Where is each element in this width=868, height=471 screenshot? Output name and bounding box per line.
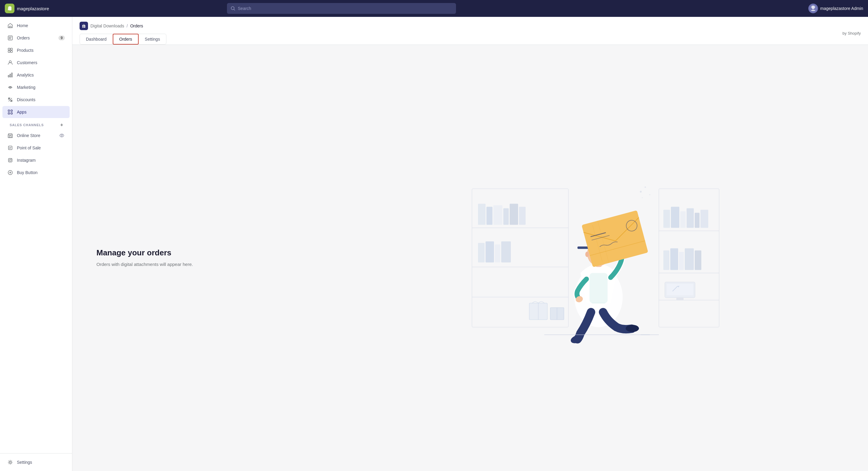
svg-rect-11 [11, 73, 12, 77]
search-input[interactable] [238, 6, 453, 11]
svg-rect-15 [8, 110, 10, 111]
sidebar-item-settings[interactable]: Settings [2, 456, 70, 468]
sidebar-item-pos[interactable]: Point of Sale [2, 142, 70, 154]
tab-orders[interactable]: Orders [113, 34, 139, 44]
svg-rect-37 [519, 207, 526, 225]
svg-rect-18 [11, 113, 12, 114]
top-navigation: mageplazastore mageplazastore Admin [0, 0, 868, 17]
svg-point-70 [575, 267, 623, 327]
svg-rect-10 [10, 74, 11, 77]
svg-point-75 [587, 241, 610, 266]
sidebar-item-buy-button[interactable]: Buy Button [2, 167, 70, 178]
svg-rect-59 [676, 298, 684, 300]
sidebar-item-instagram[interactable]: Instagram [2, 154, 70, 166]
sidebar-label-buy-button: Buy Button [17, 170, 38, 175]
search-icon [230, 6, 236, 11]
svg-rect-33 [487, 207, 493, 225]
svg-point-80 [585, 252, 589, 257]
search-bar[interactable] [227, 3, 456, 14]
main-content: Digital Downloads / Orders Dashboard Ord… [72, 17, 868, 471]
sidebar: Home Orders 9 Products [0, 17, 72, 471]
products-icon [7, 47, 13, 53]
store-icon [7, 133, 13, 138]
admin-avatar[interactable] [808, 4, 818, 13]
sidebar-label-orders: Orders [17, 36, 30, 40]
svg-rect-58 [667, 284, 693, 296]
svg-rect-50 [695, 213, 700, 228]
sidebar-label-online-store: Online Store [17, 133, 40, 138]
svg-rect-16 [11, 110, 12, 111]
svg-rect-28 [472, 189, 568, 327]
svg-rect-56 [695, 250, 701, 270]
add-sales-channel-button[interactable]: + [59, 122, 65, 128]
svg-point-81 [575, 295, 584, 303]
tab-dashboard[interactable]: Dashboard [80, 34, 113, 44]
svg-point-72 [626, 325, 639, 332]
by-shopify-label: by Shopify [842, 26, 861, 36]
sidebar-footer: Settings [0, 453, 72, 471]
svg-rect-39 [486, 241, 494, 263]
customers-icon [7, 60, 13, 66]
sidebar-label-analytics: Analytics [17, 73, 34, 77]
svg-point-27 [84, 25, 84, 26]
breadcrumb: Digital Downloads / Orders [80, 17, 166, 30]
svg-point-26 [9, 461, 11, 463]
sidebar-label-discounts: Discounts [17, 97, 35, 102]
breadcrumb-separator: / [127, 24, 128, 28]
svg-point-67 [645, 187, 646, 188]
sidebar-item-discounts[interactable]: Discounts [2, 94, 70, 106]
sales-channels-section-title: SALES CHANNELS + [2, 119, 70, 129]
discounts-icon [7, 97, 13, 103]
svg-rect-6 [8, 51, 10, 53]
sidebar-item-customers[interactable]: Customers [2, 57, 70, 69]
orders-icon [7, 35, 13, 41]
svg-rect-38 [478, 243, 485, 263]
svg-point-82 [616, 247, 625, 256]
eye-icon[interactable] [59, 133, 65, 138]
svg-point-12 [10, 87, 11, 88]
svg-line-60 [673, 287, 678, 291]
sidebar-item-products[interactable]: Products [2, 44, 70, 56]
svg-rect-7 [10, 51, 12, 53]
illustration-container [311, 45, 868, 471]
sidebar-label-instagram: Instagram [17, 158, 36, 163]
sidebar-label-marketing: Marketing [17, 85, 35, 90]
svg-rect-2 [9, 26, 11, 28]
empty-state-illustration [454, 45, 725, 471]
marketing-icon [7, 84, 13, 90]
svg-point-66 [640, 191, 642, 193]
home-icon [7, 23, 13, 29]
svg-rect-77 [587, 246, 610, 249]
svg-rect-78 [578, 247, 588, 249]
sidebar-item-marketing[interactable]: Marketing [2, 81, 70, 93]
svg-rect-42 [659, 189, 719, 327]
sidebar-item-online-store[interactable]: Online Store [2, 130, 70, 141]
empty-state-text: Manage your orders Orders with digital a… [96, 248, 193, 268]
svg-rect-35 [503, 208, 509, 225]
sidebar-label-home: Home [17, 23, 28, 28]
svg-rect-62 [529, 303, 547, 320]
svg-line-88 [592, 225, 602, 262]
sidebar-item-home[interactable]: Home [2, 20, 70, 32]
svg-point-69 [642, 197, 643, 198]
buy-button-icon [7, 170, 13, 175]
svg-rect-57 [665, 282, 695, 298]
sidebar-label-customers: Customers [17, 60, 37, 65]
brand-logo-area[interactable]: mageplazastore [5, 4, 49, 13]
sidebar-item-analytics[interactable]: Analytics [2, 69, 70, 81]
svg-point-87 [625, 219, 638, 232]
svg-rect-5 [10, 48, 12, 50]
breadcrumb-app-name[interactable]: Digital Downloads [90, 24, 124, 28]
topnav-right-area: mageplazastore Admin [808, 4, 863, 13]
pos-icon [7, 145, 13, 151]
svg-rect-52 [663, 250, 670, 270]
sidebar-item-apps[interactable]: Apps [2, 106, 70, 118]
breadcrumb-current-page: Orders [130, 24, 143, 28]
sidebar-item-orders[interactable]: Orders 9 [2, 32, 70, 44]
sidebar-nav: Home Orders 9 Products [0, 17, 72, 453]
content-header: Digital Downloads / Orders Dashboard Ord… [72, 17, 868, 45]
svg-point-24 [11, 159, 12, 159]
svg-rect-17 [8, 113, 10, 114]
tab-settings[interactable]: Settings [138, 34, 166, 44]
svg-rect-64 [550, 308, 564, 320]
